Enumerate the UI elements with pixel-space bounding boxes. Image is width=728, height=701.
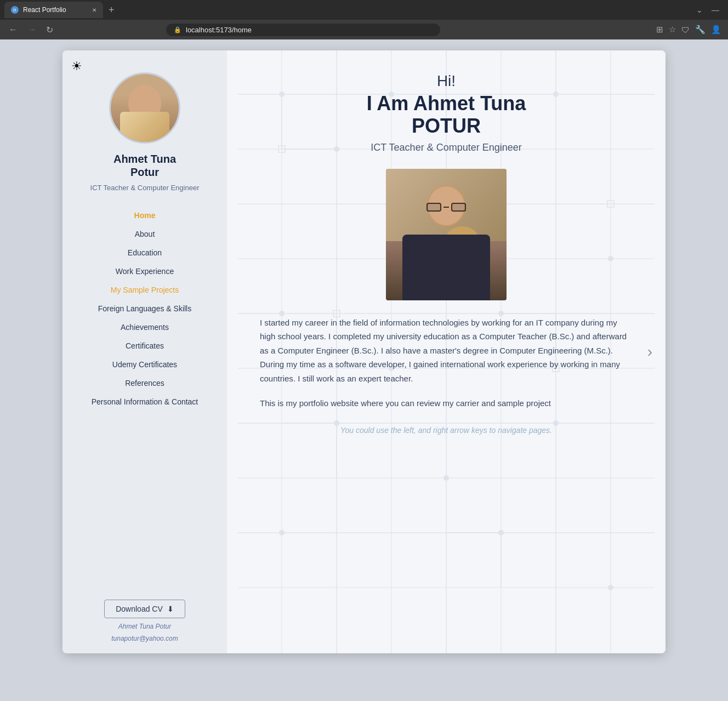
- lock-icon: 🔒: [174, 26, 181, 33]
- refresh-button[interactable]: ↻: [44, 24, 55, 36]
- browser-chrome: R React Portfolio ✕ + ⌄ — ← → ↻ 🔒 localh…: [0, 0, 728, 39]
- main-content: Hi! I Am Ahmet Tuna POTUR ICT Teacher & …: [227, 50, 666, 653]
- sidebar-item-references[interactable]: References: [68, 374, 221, 392]
- sidebar-footer-email: tunapotur@yahoo.com: [111, 635, 178, 642]
- sidebar-name: Ahmet Tuna Potur: [113, 152, 176, 179]
- tab-close-button[interactable]: ✕: [92, 7, 96, 13]
- download-cv-button[interactable]: Download CV ⬇: [104, 600, 185, 618]
- glasses-bridge: [443, 207, 448, 208]
- sidebar-item-udemy-certificates[interactable]: Udemy Certificates: [68, 355, 221, 374]
- sidebar-bottom: Download CV ⬇ Ahmet Tuna Potur tunapotur…: [68, 589, 221, 642]
- sidebar-item-certificates[interactable]: Certificates: [68, 337, 221, 355]
- hero-name: I Am Ahmet Tuna POTUR: [260, 92, 633, 138]
- shield-icon[interactable]: 🛡: [681, 25, 690, 35]
- address-bar-actions: ⊞ ☆ 🛡 🔧 👤: [656, 25, 721, 35]
- settings-icon[interactable]: 🔧: [695, 25, 706, 35]
- avatar-image: [111, 74, 179, 142]
- sidebar-item-education[interactable]: Education: [68, 243, 221, 262]
- bio-paragraph-2: This is my portfolio website where you c…: [260, 396, 633, 411]
- sidebar-item-home[interactable]: Home: [68, 206, 221, 225]
- hero-photo: [386, 169, 507, 300]
- translate-icon[interactable]: ⊞: [656, 25, 663, 35]
- content-area: Hi! I Am Ahmet Tuna POTUR ICT Teacher & …: [227, 50, 666, 653]
- window-menu-button[interactable]: ⌄: [692, 5, 707, 14]
- sidebar-item-my-sample-projects[interactable]: My Sample Projects: [68, 281, 221, 299]
- sidebar-nav: Home About Education Work Experience My …: [68, 206, 221, 411]
- glasses-left: [426, 203, 441, 212]
- greeting-text: Hi!: [260, 72, 633, 90]
- hero-subtitle: ICT Teacher & Computer Engineer: [260, 142, 633, 153]
- avatar: [109, 72, 180, 144]
- sidebar-item-work-experience[interactable]: Work Experience: [68, 262, 221, 281]
- keyboard-nav-hint: You could use the left, and right arrow …: [260, 426, 633, 435]
- hero-person-image: [386, 169, 507, 300]
- sidebar-item-achievements[interactable]: Achievements: [68, 318, 221, 337]
- address-bar: ← → ↻ 🔒 localhost:5173/home ⊞ ☆ 🛡 🔧 👤: [0, 20, 728, 39]
- url-text: localhost:5173/home: [186, 26, 252, 34]
- forward-button[interactable]: →: [25, 24, 38, 36]
- person-glasses: [426, 203, 466, 212]
- url-bar[interactable]: 🔒 localhost:5173/home: [166, 24, 440, 36]
- sidebar-item-personal-information-contact[interactable]: Personal Information & Contact: [68, 392, 221, 411]
- main-card: ☀ Ahmet Tuna Potur ICT Teacher & Compute…: [62, 50, 666, 653]
- download-icon: ⬇: [167, 605, 174, 613]
- theme-toggle-icon[interactable]: ☀: [71, 59, 82, 73]
- profile-icon[interactable]: 👤: [711, 25, 721, 35]
- person-body: [402, 235, 490, 300]
- sidebar-footer-name: Ahmet Tuna Potur: [118, 623, 172, 630]
- bio-paragraph-1: I started my career in the field of info…: [260, 316, 633, 386]
- avatar-body: [120, 112, 169, 142]
- bookmark-icon[interactable]: ☆: [669, 25, 676, 35]
- sidebar-item-foreign-languages-skills[interactable]: Foreign Languages & Skills: [68, 299, 221, 318]
- glasses-right: [451, 203, 466, 212]
- page-container: ☀ Ahmet Tuna Potur ICT Teacher & Compute…: [0, 39, 728, 701]
- sidebar-subtitle: ICT Teacher & Computer Engineer: [90, 183, 200, 193]
- tab-title: React Portfolio: [23, 6, 66, 14]
- sidebar: ☀ Ahmet Tuna Potur ICT Teacher & Compute…: [62, 50, 227, 653]
- active-tab[interactable]: R React Portfolio ✕: [4, 2, 103, 18]
- tab-bar: R React Portfolio ✕ + ⌄ —: [0, 0, 728, 20]
- download-cv-label: Download CV: [116, 605, 163, 613]
- tab-favicon: R: [11, 6, 19, 14]
- sidebar-item-about[interactable]: About: [68, 225, 221, 243]
- back-button[interactable]: ←: [7, 24, 20, 36]
- minimize-button[interactable]: —: [707, 5, 724, 14]
- new-tab-button[interactable]: +: [105, 4, 118, 16]
